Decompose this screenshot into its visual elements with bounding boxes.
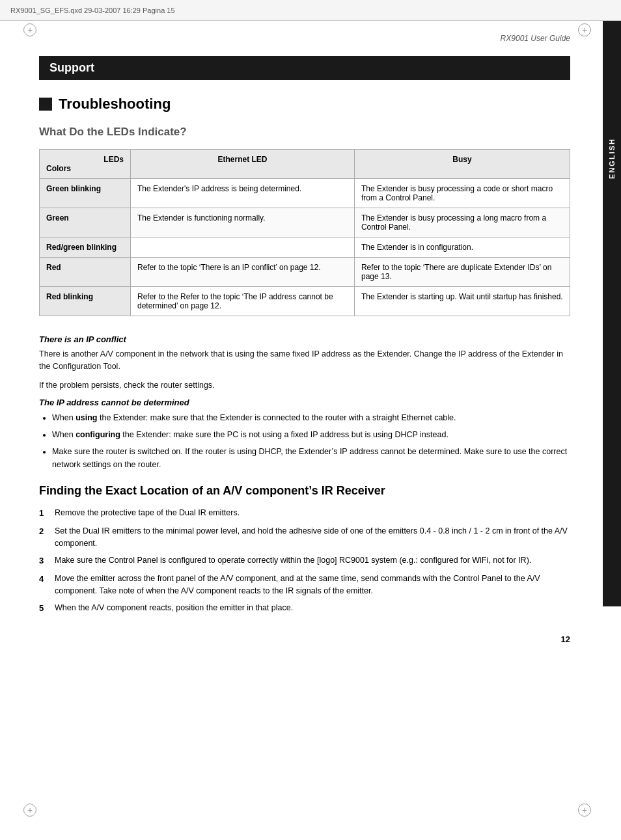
step-number: 1	[39, 507, 55, 520]
support-label: Support	[49, 61, 94, 74]
table-row: RedRefer to the topic ‘There is an IP co…	[40, 258, 570, 287]
reg-mark-topleft	[23, 23, 36, 36]
step-number: 5	[39, 602, 55, 615]
ethernet-cell: Refer to the Refer to the topic ‘The IP …	[131, 287, 355, 316]
reg-mark-bottomleft	[23, 804, 36, 817]
busy-cell: The Extender is busy processing a code o…	[354, 179, 570, 208]
table-row: Green blinkingThe Extender's IP address …	[40, 179, 570, 208]
troubleshooting-heading: Troubleshooting	[39, 96, 570, 113]
troubleshooting-title: Troubleshooting	[59, 96, 171, 113]
bullet-item: When using the Extender: make sure that …	[52, 411, 570, 424]
ethernet-cell: The Extender's IP address is being deter…	[131, 179, 355, 208]
reg-mark-bottomright	[578, 804, 591, 817]
black-square-icon	[39, 98, 52, 111]
list-item: 5When the A/V component reacts, position…	[39, 602, 570, 615]
table-header-busy: Busy	[354, 150, 570, 179]
busy-cell: Refer to the topic ‘There are duplicate …	[354, 258, 570, 287]
led-color-cell: Red/green blinking	[40, 237, 131, 258]
list-item: 3Make sure the Control Panel is configur…	[39, 554, 570, 567]
led-color-cell: Red blinking	[40, 287, 131, 316]
step-number: 3	[39, 554, 55, 567]
list-item: 1Remove the protective tape of the Dual …	[39, 507, 570, 520]
led-color-cell: Green	[40, 208, 131, 237]
bullet-list: When using the Extender: make sure that …	[52, 411, 570, 471]
header-leds-label: LEDs	[46, 155, 124, 164]
top-bar: RX9001_SG_EFS.qxd 29-03-2007 16:29 Pagin…	[0, 0, 621, 21]
support-banner: Support	[39, 56, 570, 80]
table-header-ethernet: Ethernet LED	[131, 150, 355, 179]
step-content: Move the emitter across the front panel …	[55, 573, 570, 597]
reg-mark-topright	[578, 23, 591, 36]
ethernet-cell: Refer to the topic ‘There is an IP confl…	[131, 258, 355, 287]
finding-title: Finding the Exact Location of an A/V com…	[39, 484, 570, 498]
table-row: Red/green blinkingThe Extender is in con…	[40, 237, 570, 258]
main-content: RX9001 User Guide Support Troubleshootin…	[0, 21, 603, 670]
page-number: 12	[39, 634, 570, 644]
step-content: Set the Dual IR emitters to the minimal …	[55, 525, 570, 550]
header-colors-label: Colors	[46, 164, 124, 173]
ethernet-cell	[131, 237, 355, 258]
led-color-cell: Red	[40, 258, 131, 287]
busy-cell: The Extender is in configuration.	[354, 237, 570, 258]
sidebar-label: ENGLISH	[608, 138, 616, 179]
bullet-item: Make sure the router is switched on. If …	[52, 445, 570, 471]
step-number: 2	[39, 525, 55, 550]
led-color-cell: Green blinking	[40, 179, 131, 208]
step-number: 4	[39, 573, 55, 597]
busy-cell: The Extender is busy processing a long m…	[354, 208, 570, 237]
ip-conflict-paragraph2: If the problem persists, check the route…	[39, 379, 570, 392]
table-row: GreenThe Extender is functioning normall…	[40, 208, 570, 237]
ip-conflict-title: There is an IP conflict	[39, 334, 570, 344]
ip-address-title: The IP address cannot be determined	[39, 398, 570, 407]
step-content: Make sure the Control Panel is configure…	[55, 554, 570, 567]
bullet-item: When configuring the Extender: make sure…	[52, 428, 570, 441]
top-bar-text: RX9001_SG_EFS.qxd 29-03-2007 16:29 Pagin…	[10, 7, 175, 14]
section-subtitle: What Do the LEDs Indicate?	[39, 126, 570, 139]
leds-table: LEDs Colors Ethernet LED Busy Green blin…	[39, 149, 570, 316]
table-header-colors: LEDs Colors	[40, 150, 131, 179]
table-row: Red blinkingRefer to the Refer to the to…	[40, 287, 570, 316]
ethernet-cell: The Extender is functioning normally.	[131, 208, 355, 237]
step-content: Remove the protective tape of the Dual I…	[55, 507, 570, 520]
step-content: When the A/V component reacts, position …	[55, 602, 570, 615]
numbered-list: 1Remove the protective tape of the Dual …	[39, 507, 570, 615]
page-title: RX9001 User Guide	[39, 34, 570, 43]
list-item: 2Set the Dual IR emitters to the minimal…	[39, 525, 570, 550]
busy-cell: The Extender is starting up. Wait until …	[354, 287, 570, 316]
list-item: 4Move the emitter across the front panel…	[39, 573, 570, 597]
ip-conflict-paragraph1: There is another A/V component in the ne…	[39, 348, 570, 373]
right-sidebar: ENGLISH	[603, 21, 621, 606]
